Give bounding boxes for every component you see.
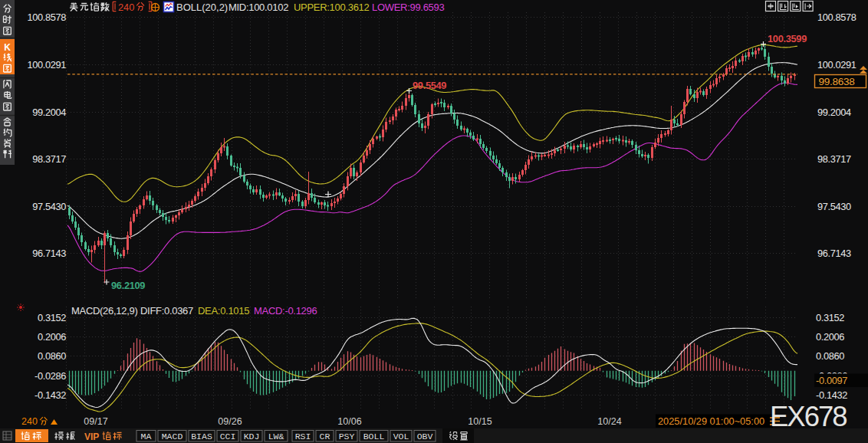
svg-text:0.3152: 0.3152	[816, 312, 844, 323]
svg-text:BOLL: BOLL	[363, 432, 385, 441]
svg-text:0.0860: 0.0860	[816, 350, 844, 362]
svg-text:96.2109: 96.2109	[111, 280, 145, 291]
svg-text:100.0291: 100.0291	[817, 59, 856, 71]
svg-text:09/26: 09/26	[218, 416, 242, 427]
svg-text:CCI: CCI	[220, 432, 236, 441]
svg-text:0.0860: 0.0860	[38, 350, 66, 362]
svg-text:100.0291: 100.0291	[27, 59, 66, 71]
svg-text:0.2006: 0.2006	[38, 331, 66, 343]
svg-text:0.3152: 0.3152	[38, 312, 66, 323]
svg-text:240: 240	[118, 2, 134, 13]
svg-text:VOL: VOL	[393, 432, 409, 441]
svg-text:KDJ: KDJ	[244, 432, 260, 441]
svg-text:10/06: 10/06	[337, 416, 361, 427]
svg-text:MID:100.0102: MID:100.0102	[229, 2, 288, 13]
svg-text:MACD: MACD	[162, 432, 183, 441]
svg-text:-0.1432: -0.1432	[35, 389, 66, 401]
svg-text:-0.0097: -0.0097	[816, 375, 847, 386]
svg-text:96.7143: 96.7143	[817, 248, 851, 259]
svg-text:BIAS: BIAS	[191, 432, 212, 441]
svg-text:BOLL(20,2): BOLL(20,2)	[176, 2, 228, 13]
svg-text:99.2004: 99.2004	[32, 107, 66, 118]
svg-text:EX678: EX678	[770, 401, 847, 432]
svg-text:-0.1432: -0.1432	[816, 389, 847, 401]
svg-text:97.5430: 97.5430	[817, 201, 851, 212]
svg-text:-0.0286: -0.0286	[35, 370, 66, 382]
svg-text:MA: MA	[141, 432, 152, 441]
svg-text:MACD(26,12,9): MACD(26,12,9)	[71, 305, 137, 317]
svg-text:100.8578: 100.8578	[27, 11, 66, 23]
svg-text:CR: CR	[320, 432, 330, 441]
svg-text:0.2006: 0.2006	[816, 331, 844, 343]
svg-text:98.3717: 98.3717	[817, 153, 851, 165]
svg-text:99.8638: 99.8638	[819, 76, 855, 87]
svg-text:MACD:-0.1296: MACD:-0.1296	[254, 305, 317, 317]
svg-text:100.3599: 100.3599	[768, 33, 807, 44]
svg-text:99.2004: 99.2004	[817, 107, 851, 118]
svg-text:VIP: VIP	[84, 432, 99, 442]
svg-text:LW&: LW&	[268, 432, 284, 441]
svg-text:09/17: 09/17	[84, 416, 107, 427]
svg-text:10/15: 10/15	[468, 416, 492, 427]
svg-text:240: 240	[21, 416, 38, 427]
svg-text:99.5549: 99.5549	[413, 80, 446, 91]
svg-text:100.8578: 100.8578	[817, 11, 856, 23]
svg-text:OBV: OBV	[417, 432, 433, 441]
svg-text:96.7143: 96.7143	[32, 248, 66, 259]
svg-text:UPPER:100.3612: UPPER:100.3612	[294, 2, 369, 13]
svg-text:98.3717: 98.3717	[32, 153, 66, 165]
svg-text:DIFF:0.0367: DIFF:0.0367	[140, 305, 193, 317]
svg-text:97.5430: 97.5430	[32, 201, 66, 212]
svg-text:10/24: 10/24	[597, 416, 621, 427]
svg-text:RSI: RSI	[295, 432, 311, 441]
svg-text:PSY: PSY	[339, 432, 355, 441]
svg-text:DEA:0.1015: DEA:0.1015	[198, 305, 249, 317]
svg-text:K: K	[4, 42, 11, 53]
svg-text:2025/10/29 01:00~05:00: 2025/10/29 01:00~05:00	[658, 415, 764, 427]
svg-text:LOWER:99.6593: LOWER:99.6593	[372, 2, 444, 13]
